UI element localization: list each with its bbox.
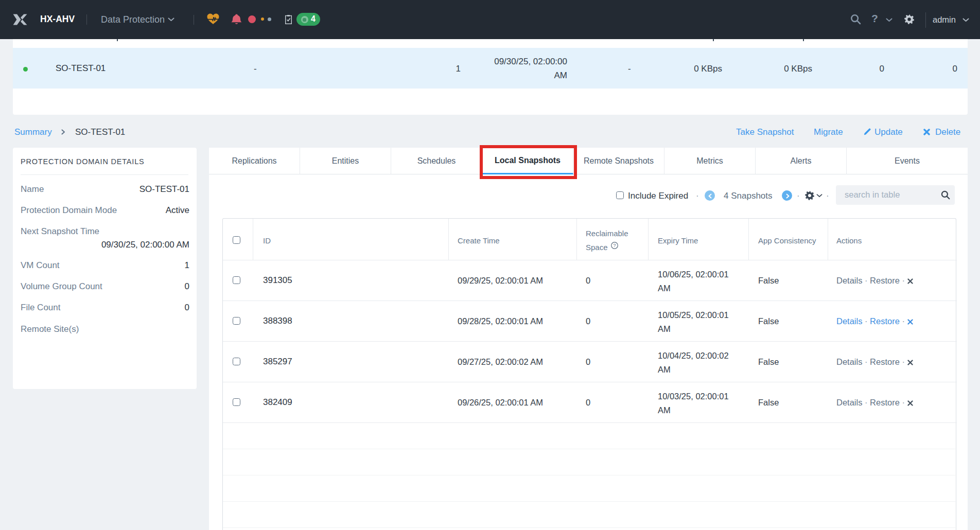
svg-text:?: ?: [613, 242, 616, 248]
